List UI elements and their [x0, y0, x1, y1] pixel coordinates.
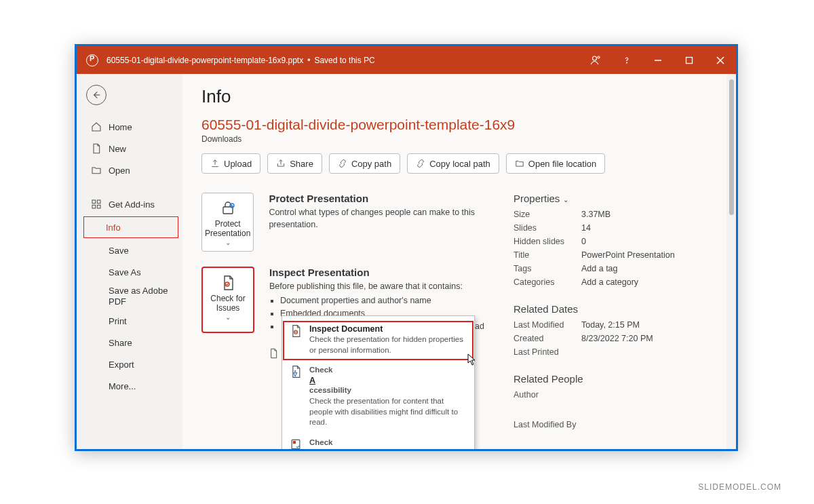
prop-tags-key: Tags: [513, 264, 581, 273]
nav-open-label: Open: [109, 166, 130, 176]
nav-add-ins-label: Get Add-ins: [109, 199, 155, 210]
powerpoint-backstage-window: 60555-01-digital-divide-powerpoint-templ…: [75, 44, 738, 451]
chevron-down-icon: ⌄: [225, 313, 231, 322]
svg-rect-10: [92, 205, 96, 208]
share-button[interactable]: Share: [267, 153, 322, 174]
scroll-thumb[interactable]: [729, 79, 734, 215]
check-for-issues-button[interactable]: Check for Issues ⌄: [201, 267, 254, 333]
menu-accessibility-title: Check Accessibility: [309, 365, 467, 395]
save-status: Saved to this PC: [314, 56, 374, 65]
powerpoint-logo-icon: [86, 54, 98, 66]
nav-export[interactable]: Export: [77, 353, 182, 375]
nav-info-label: Info: [106, 222, 121, 233]
nav-print-label: Print: [109, 316, 127, 326]
prop-size-key: Size: [513, 210, 581, 219]
help-button[interactable]: [611, 46, 642, 74]
file-title: 60555-01-digital-divide-powerpoint-templ…: [201, 117, 717, 133]
svg-rect-4: [686, 57, 693, 63]
svg-rect-8: [92, 200, 96, 203]
protect-heading: Protect Presentation: [269, 193, 486, 204]
last-modified-value: Today, 2:15 PM: [581, 320, 640, 330]
file-name: 60555-01-digital-divide-powerpoint-templ…: [106, 56, 303, 65]
nav-open[interactable]: Open: [77, 159, 182, 181]
author-key: Author: [513, 390, 581, 400]
prop-hidden-key: Hidden slides: [513, 237, 581, 246]
vertical-scrollbar[interactable]: [726, 74, 736, 449]
check-for-issues-label: Check for Issues: [206, 294, 250, 313]
copy-local-path-label: Copy local path: [429, 159, 490, 169]
svg-rect-21: [293, 441, 296, 444]
menu-inspect-desc: Check the presentation for hidden proper…: [309, 334, 467, 355]
menu-check-compatibility[interactable]: Check CompatibilityCheck for features no…: [282, 433, 474, 451]
open-file-location-button[interactable]: Open file location: [506, 153, 605, 174]
titlebar: 60555-01-digital-divide-powerpoint-templ…: [77, 46, 736, 74]
prop-title-key: Title: [513, 250, 581, 260]
menu-check-accessibility[interactable]: Check AccessibilityCheck the presentatio…: [282, 361, 474, 433]
nav-more[interactable]: More...: [77, 375, 182, 397]
copy-path-button[interactable]: Copy path: [329, 153, 400, 174]
nav-save-adobe-label: Save as Adobe PDF: [109, 286, 182, 307]
minimize-button[interactable]: [642, 46, 674, 74]
svg-rect-11: [97, 205, 100, 208]
menu-accessibility-desc: Check the presentation for content that …: [309, 396, 467, 428]
nav-save-as[interactable]: Save As: [77, 261, 182, 283]
protect-description: Control what types of changes people can…: [269, 207, 486, 231]
svg-point-1: [598, 56, 600, 58]
nav-new[interactable]: New: [77, 138, 182, 159]
nav-save[interactable]: Save: [77, 239, 182, 261]
nav-export-label: Export: [109, 360, 134, 370]
separator-dot: •: [307, 56, 310, 65]
svg-point-2: [627, 62, 627, 63]
svg-point-0: [593, 56, 597, 60]
back-button[interactable]: [86, 85, 106, 105]
copy-local-path-button[interactable]: Copy local path: [407, 153, 499, 174]
nav-share-label: Share: [109, 338, 132, 348]
inspect-document-icon: [289, 324, 303, 338]
nav-info[interactable]: Info: [83, 216, 178, 238]
created-value: 8/23/2022 7:20 PM: [581, 334, 653, 343]
account-icon[interactable]: [580, 46, 611, 74]
prop-title-value[interactable]: PowerPoint Presentation: [581, 250, 675, 260]
nav-print[interactable]: Print: [77, 310, 182, 332]
maximize-button[interactable]: [674, 46, 705, 74]
prop-hidden-value: 0: [581, 237, 586, 246]
prop-categories-value[interactable]: Add a category: [581, 277, 638, 287]
inspect-bullet: Document properties and author's name: [280, 294, 484, 307]
nav-more-label: More...: [109, 381, 136, 391]
nav-add-ins[interactable]: Get Add-ins: [77, 193, 182, 215]
protect-presentation-button[interactable]: Protect Presentation ⌄: [201, 193, 254, 252]
check-for-issues-menu: Inspect DocumentCheck the presentation f…: [282, 315, 475, 451]
prop-categories-key: Categories: [513, 277, 581, 287]
file-location[interactable]: Downloads: [201, 134, 717, 144]
last-modified-by-key: Last Modified By: [513, 420, 608, 429]
accessibility-icon: [289, 365, 303, 379]
compatibility-icon: [289, 438, 303, 451]
nav-save-as-label: Save As: [109, 267, 141, 277]
nav-new-label: New: [109, 144, 126, 154]
document-icon: [268, 348, 279, 359]
nav-home[interactable]: Home: [77, 116, 182, 138]
open-file-location-label: Open file location: [528, 159, 596, 169]
nav-save-adobe-pdf[interactable]: Save as Adobe PDF: [77, 283, 182, 310]
close-button[interactable]: [705, 46, 736, 74]
protect-presentation-section: Protect Presentation ⌄ Protect Presentat…: [201, 193, 486, 252]
nav-home-label: Home: [109, 122, 132, 132]
menu-compat-title: Check Compatibility: [309, 438, 467, 451]
menu-inspect-document[interactable]: Inspect DocumentCheck the presentation f…: [282, 320, 474, 361]
mouse-cursor-icon: [467, 353, 477, 368]
share-label: Share: [290, 159, 313, 169]
file-action-row: Upload Share Copy path Copy local path O…: [201, 153, 717, 174]
page-title: Info: [201, 86, 717, 107]
last-modified-key: Last Modified: [513, 320, 581, 330]
backstage-sidebar: Home New Open Get Add-ins Info Save Save…: [77, 74, 182, 449]
properties-heading[interactable]: Properties ⌄: [513, 193, 710, 204]
inspect-description: Before publishing this file, be aware th…: [269, 281, 484, 293]
upload-label: Upload: [224, 159, 252, 169]
prop-tags-value[interactable]: Add a tag: [581, 264, 618, 273]
upload-button[interactable]: Upload: [201, 153, 260, 174]
watermark: SLIDEMODEL.COM: [698, 482, 781, 492]
related-people-heading: Related People: [513, 373, 710, 385]
copy-path-label: Copy path: [351, 159, 391, 169]
prop-slides-key: Slides: [513, 223, 581, 233]
nav-share[interactable]: Share: [77, 332, 182, 353]
